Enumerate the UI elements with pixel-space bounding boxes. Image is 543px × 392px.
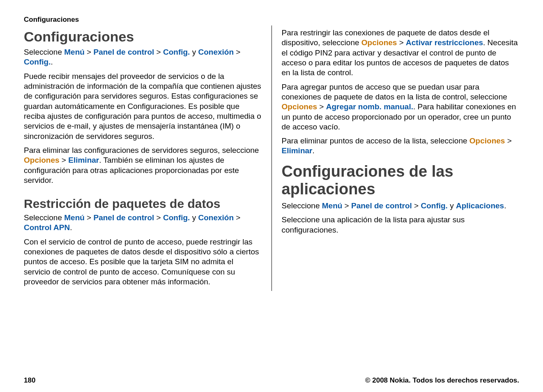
kw-agregar-nomb-manual: Agregar nomb. manual. (326, 102, 413, 111)
kw-menu: Menú (64, 213, 85, 222)
sep: > (397, 38, 406, 47)
sep: > (60, 156, 69, 164)
text: y (448, 201, 456, 210)
page-header: Configuraciones (24, 16, 519, 24)
heading-restriccion-paquetes: Restricción de paquetes de datos (24, 197, 262, 210)
heading-config-aplicaciones: Configuraciones de las aplicaciones (282, 163, 520, 198)
text: Seleccione (282, 201, 322, 210)
kw-aplicaciones: Aplicaciones (456, 201, 504, 210)
nav-path-1: Seleccione Menú > Panel de control > Con… (24, 47, 262, 67)
paragraph-restrict: Para restringir las conexiones de paquet… (282, 28, 520, 78)
page-number: 180 (24, 376, 35, 385)
sep: > (154, 213, 163, 222)
kw-panel-de-control: Panel de control (94, 48, 154, 56)
document-page: Configuraciones Configuraciones Seleccio… (0, 0, 543, 291)
text: Para eliminar las configuraciones de ser… (24, 146, 259, 154)
nav-path-3: Seleccione Menú > Panel de control > Con… (282, 201, 520, 211)
kw-config: Config. (24, 58, 51, 66)
kw-eliminar: Eliminar (68, 156, 99, 164)
sep: > (412, 201, 421, 210)
sep: > (505, 136, 511, 145)
paragraph-delete-config: Para eliminar las configuraciones de ser… (24, 145, 262, 185)
sep: > (342, 201, 351, 210)
copyright-text: © 2008 Nokia. Todos los derechos reserva… (365, 376, 519, 385)
sep: > (234, 48, 240, 56)
paragraph-add-ap: Para agregar puntos de acceso que se pue… (282, 82, 520, 132)
kw-config: Config. (421, 201, 447, 210)
kw-control-apn: Control APN (24, 223, 70, 232)
kw-opciones: Opciones (24, 156, 60, 164)
text: y (190, 213, 198, 222)
kw-menu: Menú (64, 48, 85, 56)
right-column: Para restringir las conexiones de paquet… (272, 25, 520, 291)
heading-configuraciones: Configuraciones (24, 29, 262, 45)
paragraph-desc-1: Puede recibir mensajes del proveedor de … (24, 71, 262, 141)
sep: > (154, 48, 163, 56)
text: . (312, 146, 314, 155)
sep: > (85, 48, 94, 56)
kw-opciones: Opciones (469, 136, 505, 145)
kw-menu: Menú (322, 201, 343, 210)
paragraph-select-app: Seleccione una aplicación de la lista pa… (282, 215, 520, 235)
kw-opciones: Opciones (282, 102, 318, 111)
text: y (190, 48, 198, 56)
text: Para agregar puntos de acceso que se pue… (282, 83, 507, 101)
text: . (70, 223, 72, 232)
kw-activar-restricciones: Activar restricciones (406, 38, 483, 47)
left-column: Configuraciones Seleccione Menú > Panel … (24, 25, 272, 291)
kw-conexion: Conexión (198, 48, 234, 56)
nav-path-2: Seleccione Menú > Panel de control > Con… (24, 213, 262, 233)
kw-config: Config. (163, 48, 190, 56)
kw-config: Config. (163, 213, 190, 222)
text: Seleccione (24, 213, 64, 222)
sep: > (85, 213, 94, 222)
columns-container: Configuraciones Seleccione Menú > Panel … (24, 25, 519, 291)
text: Seleccione (24, 48, 64, 56)
text: . (51, 58, 53, 66)
kw-conexion: Conexión (198, 213, 234, 222)
kw-panel-de-control: Panel de control (94, 213, 154, 222)
sep: > (234, 213, 240, 222)
kw-panel-de-control: Panel de control (351, 201, 412, 210)
text: Para eliminar puntos de acceso de la lis… (282, 136, 469, 145)
text: . (504, 201, 506, 210)
paragraph-apn-desc: Con el servicio de control de punto de a… (24, 237, 262, 287)
kw-eliminar: Eliminar (282, 146, 313, 155)
kw-opciones: Opciones (361, 38, 397, 47)
sep: > (317, 102, 326, 111)
page-footer: 180 © 2008 Nokia. Todos los derechos res… (24, 376, 519, 385)
paragraph-delete-ap: Para eliminar puntos de acceso de la lis… (282, 136, 520, 156)
